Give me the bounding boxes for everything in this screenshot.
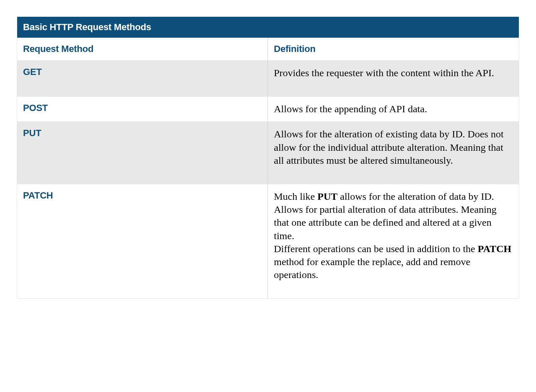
table-row: PATCHMuch like PUT allows for the altera… [17, 184, 519, 298]
column-header-method: Request Method [17, 38, 268, 60]
definition-cell: Provides the requester with the content … [268, 61, 519, 96]
table-title: Basic HTTP Request Methods [17, 17, 519, 38]
definition-cell: Allows for the alteration of existing da… [268, 122, 519, 184]
table-header-row: Request Method Definition [17, 38, 519, 61]
method-cell: PATCH [17, 184, 268, 298]
method-cell: POST [17, 97, 268, 121]
table-row: PUTAllows for the alteration of existing… [17, 122, 519, 184]
table-row: POSTAllows for the appending of API data… [17, 97, 519, 122]
http-methods-table: Basic HTTP Request Methods Request Metho… [17, 17, 519, 299]
definition-cell: Much like PUT allows for the alteration … [268, 184, 519, 298]
definition-cell: Allows for the appending of API data. [268, 97, 519, 121]
method-cell: GET [17, 61, 268, 96]
table-row: GET Provides the requester with the cont… [17, 61, 519, 97]
table-body: GET Provides the requester with the cont… [17, 61, 519, 298]
method-cell: PUT [17, 122, 268, 184]
column-header-definition: Definition [268, 38, 519, 60]
